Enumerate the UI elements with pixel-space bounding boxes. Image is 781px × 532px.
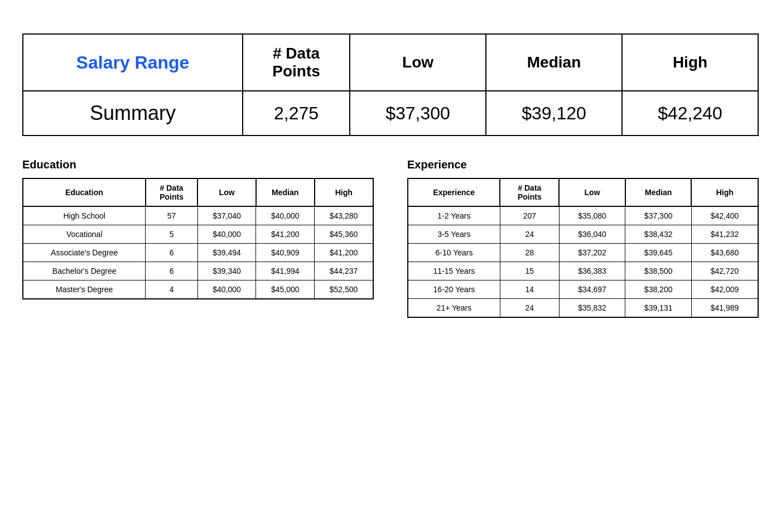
edu-row-median: $40,909 [256,244,315,262]
edu-row-low: $39,494 [197,244,256,262]
education-row: High School 57 $37,040 $40,000 $43,280 [23,206,373,225]
edu-row-label: Master's Degree [23,280,146,299]
education-row: Master's Degree 4 $40,000 $45,000 $52,50… [23,280,373,299]
summary-header-median: Median [486,34,622,91]
exp-row-data-points: 14 [500,280,559,299]
summary-row: Summary 2,275 $37,300 $39,120 $42,240 [23,91,758,136]
edu-row-high: $44,237 [315,262,373,280]
edu-row-data-points: 4 [146,280,197,299]
summary-table: Salary Range # DataPoints Low Median Hig… [22,33,759,136]
exp-row-label: 16-20 Years [408,280,500,299]
exp-header-low: Low [559,178,625,206]
edu-row-low: $37,040 [197,206,256,225]
summary-row-data-points: 2,275 [243,91,350,136]
experience-row: 3-5 Years 24 $36,040 $38,432 $41,232 [408,225,758,244]
exp-row-median: $39,645 [625,244,692,262]
edu-row-median: $40,000 [256,206,315,225]
summary-row-label: Summary [23,91,243,136]
edu-header-median: Median [256,178,315,206]
summary-header-salary-range: Salary Range [23,34,243,91]
exp-row-median: $38,200 [625,280,692,299]
exp-row-high: $42,400 [691,206,758,225]
education-row: Bachelor's Degree 6 $39,340 $41,994 $44,… [23,262,373,280]
edu-header-low: Low [197,178,256,206]
experience-row: 6-10 Years 28 $37,202 $39,645 $43,680 [408,244,758,262]
edu-row-low: $40,000 [197,280,256,299]
exp-row-high: $43,680 [691,244,758,262]
bottom-sections: Education Education # DataPoints Low Med… [22,158,759,318]
summary-row-low: $37,300 [350,91,486,136]
exp-row-data-points: 24 [500,299,559,318]
edu-row-low: $40,000 [197,225,256,244]
edu-row-median: $41,994 [256,262,315,280]
exp-row-median: $39,131 [625,299,692,318]
edu-row-label: Associate's Degree [23,244,146,262]
exp-row-data-points: 207 [500,206,559,225]
education-title: Education [22,158,374,171]
edu-row-high: $43,280 [315,206,373,225]
exp-row-label: 3-5 Years [408,225,500,244]
summary-row-high: $42,240 [622,91,758,136]
education-row: Associate's Degree 6 $39,494 $40,909 $41… [23,244,373,262]
summary-header-data-points: # DataPoints [243,34,350,91]
experience-section: Experience Experience # DataPoints Low M… [407,158,759,318]
exp-header-median: Median [625,178,692,206]
edu-row-label: Vocational [23,225,146,244]
exp-row-data-points: 24 [500,225,559,244]
edu-row-data-points: 5 [146,225,197,244]
exp-row-median: $38,432 [625,225,692,244]
experience-title: Experience [407,158,759,171]
exp-row-low: $36,383 [559,262,625,280]
education-row: Vocational 5 $40,000 $41,200 $45,360 [23,225,373,244]
exp-row-low: $35,080 [559,206,625,225]
edu-row-median: $45,000 [256,280,315,299]
edu-row-median: $41,200 [256,225,315,244]
exp-row-label: 6-10 Years [408,244,500,262]
exp-row-low: $36,040 [559,225,625,244]
edu-row-label: Bachelor's Degree [23,262,146,280]
edu-row-data-points: 57 [146,206,197,225]
exp-header-high: High [691,178,758,206]
edu-row-label: High School [23,206,146,225]
edu-row-low: $39,340 [197,262,256,280]
edu-row-data-points: 6 [146,262,197,280]
exp-row-high: $42,720 [691,262,758,280]
exp-row-median: $37,300 [625,206,692,225]
edu-row-high: $45,360 [315,225,373,244]
exp-row-low: $35,832 [559,299,625,318]
summary-header-high: High [622,34,758,91]
experience-row: 16-20 Years 14 $34,697 $38,200 $42,009 [408,280,758,299]
exp-row-data-points: 28 [500,244,559,262]
edu-header-col1: Education [23,178,146,206]
exp-row-data-points: 15 [500,262,559,280]
exp-row-label: 21+ Years [408,299,500,318]
summary-header-low: Low [350,34,486,91]
education-section: Education Education # DataPoints Low Med… [22,158,374,318]
exp-row-label: 11-15 Years [408,262,500,280]
experience-table: Experience # DataPoints Low Median High … [407,178,759,318]
exp-row-low: $37,202 [559,244,625,262]
edu-row-high: $52,500 [315,280,373,299]
experience-row: 1-2 Years 207 $35,080 $37,300 $42,400 [408,206,758,225]
edu-header-data-points: # DataPoints [146,178,197,206]
exp-row-low: $34,697 [559,280,625,299]
summary-row-median: $39,120 [486,91,622,136]
exp-row-median: $38,500 [625,262,692,280]
exp-row-high: $42,009 [691,280,758,299]
exp-header-data-points: # DataPoints [500,178,559,206]
exp-row-high: $41,989 [691,299,758,318]
edu-row-high: $41,200 [315,244,373,262]
exp-row-high: $41,232 [691,225,758,244]
experience-row: 11-15 Years 15 $36,383 $38,500 $42,720 [408,262,758,280]
exp-row-label: 1-2 Years [408,206,500,225]
summary-section: Salary Range # DataPoints Low Median Hig… [22,33,759,136]
edu-header-high: High [315,178,373,206]
experience-row: 21+ Years 24 $35,832 $39,131 $41,989 [408,299,758,318]
exp-header-col1: Experience [408,178,500,206]
edu-row-data-points: 6 [146,244,197,262]
education-table: Education # DataPoints Low Median High H… [22,178,374,299]
